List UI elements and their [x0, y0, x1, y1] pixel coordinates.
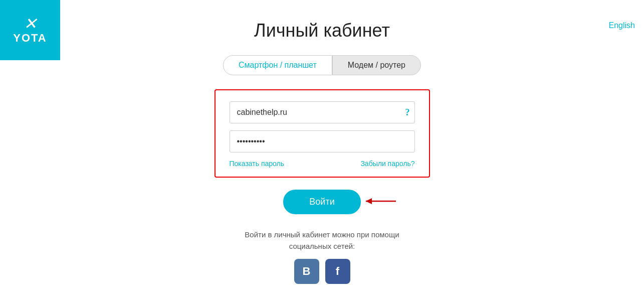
page-title: Личный кабинет	[254, 20, 390, 41]
logo-icon: ✕	[24, 16, 37, 32]
facebook-button[interactable]: f	[325, 259, 350, 284]
arrow-annotation	[361, 191, 401, 213]
tab-bar: Смартфон / планшет Модем / роутер	[223, 55, 421, 75]
password-links: Показать пароль Забыли пароль?	[230, 160, 415, 168]
login-input[interactable]	[230, 101, 415, 123]
forgot-password-link[interactable]: Забыли пароль?	[360, 160, 414, 168]
tab-smartphone[interactable]: Смартфон / планшет	[223, 55, 332, 75]
logo: ✕ YOTA	[0, 0, 60, 60]
vk-button[interactable]: В	[294, 259, 319, 284]
login-input-row: ?	[230, 101, 415, 123]
password-input-row	[230, 130, 415, 153]
language-link[interactable]: English	[609, 21, 635, 30]
main-content: Личный кабинет Смартфон / планшет Модем …	[0, 0, 644, 284]
show-password-link[interactable]: Показать пароль	[230, 160, 285, 168]
tab-modem[interactable]: Модем / роутер	[332, 55, 421, 75]
submit-area: Войти	[283, 190, 360, 214]
password-input[interactable]	[230, 130, 415, 153]
logo-text: YOTA	[13, 32, 47, 45]
help-icon[interactable]: ?	[405, 107, 410, 118]
social-icons: В f	[294, 259, 350, 284]
submit-button[interactable]: Войти	[283, 190, 360, 214]
social-login-text: Войти в личный кабинет можно при помощи …	[245, 229, 399, 252]
svg-marker-1	[366, 198, 372, 204]
login-form-box: ? Показать пароль Забыли пароль?	[214, 89, 430, 178]
